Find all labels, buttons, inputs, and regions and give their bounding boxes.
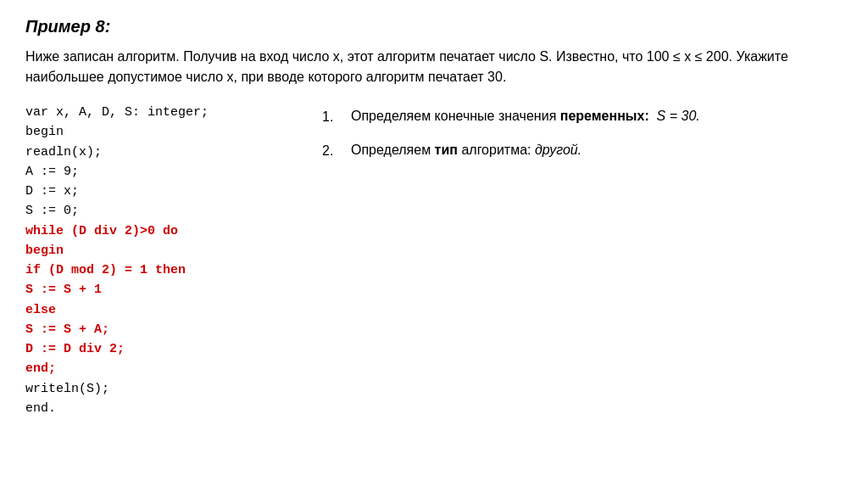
code-line-14: end; bbox=[25, 359, 297, 378]
code-line-7: while (D div 2)>0 do bbox=[25, 221, 297, 241]
description-text: Ниже записан алгоритм. Получив на вход ч… bbox=[25, 47, 843, 87]
code-line-2: begin bbox=[25, 122, 297, 142]
code-line-3: readln(x); bbox=[25, 143, 297, 162]
solution-item-2: 2. Определяем тип алгоритма: другой. bbox=[322, 140, 843, 162]
solution-number-2: 2. bbox=[322, 140, 342, 162]
code-line-11: else bbox=[25, 300, 297, 320]
solution-text-2: Определяем тип алгоритма: другой. bbox=[351, 140, 581, 162]
solutions-block: 1. Определяем конечные значения переменн… bbox=[322, 103, 843, 173]
code-line-6: S := 0; bbox=[25, 201, 297, 221]
main-content: var x, A, D, S: integer; begin readln(x)… bbox=[25, 103, 843, 418]
solution-text-1: Определяем конечные значения переменных:… bbox=[351, 106, 700, 128]
page-title: Пример 8: bbox=[25, 17, 843, 36]
code-line-9: if (D mod 2) = 1 then bbox=[25, 260, 297, 280]
code-line-16: end. bbox=[25, 399, 297, 418]
code-line-12: S := S + A; bbox=[25, 320, 297, 339]
solution-bold-1: переменных: bbox=[560, 109, 649, 123]
code-line-13: D := D div 2; bbox=[25, 339, 297, 359]
code-line-10: S := S + 1 bbox=[25, 280, 297, 299]
code-line-4: A := 9; bbox=[25, 162, 297, 182]
code-line-1: var x, A, D, S: integer; bbox=[25, 103, 297, 122]
solution-number-1: 1. bbox=[322, 106, 342, 128]
solution-italic-2: другой. bbox=[535, 143, 581, 157]
code-line-5: D := x; bbox=[25, 182, 297, 201]
code-block: var x, A, D, S: integer; begin readln(x)… bbox=[25, 103, 297, 418]
code-line-8: begin bbox=[25, 241, 297, 260]
code-line-15: writeln(S); bbox=[25, 379, 297, 399]
solution-item-1: 1. Определяем конечные значения переменн… bbox=[322, 106, 843, 128]
solution-formula-1: S = 30. bbox=[657, 109, 700, 123]
solution-bold-2: тип bbox=[435, 143, 458, 157]
page-container: Пример 8: Ниже записан алгоритм. Получив… bbox=[25, 17, 843, 418]
